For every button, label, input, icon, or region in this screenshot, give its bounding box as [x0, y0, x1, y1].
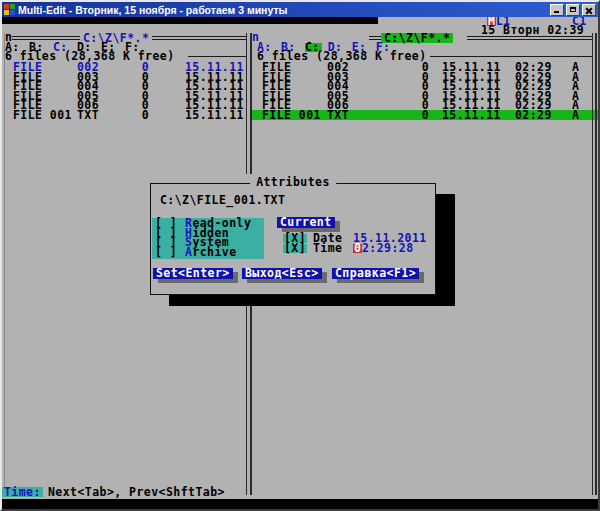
spacer [555, 81, 572, 91]
terminal-screen: M L1 C1 15 Вторн 02:39 n C:\Z\F*.* n C:\… [2, 17, 598, 509]
window-controls [550, 4, 596, 16]
file-name: FILE [13, 81, 77, 91]
file-size: 0 [371, 100, 429, 110]
file-attr: A [572, 100, 582, 110]
minimize-button[interactable] [550, 4, 564, 16]
file-date: 15.11.11 [442, 62, 505, 72]
time-value-field[interactable]: 2:29:28 [362, 244, 414, 253]
title-bar[interactable]: Multi-Edit - Вторник, 15 ноября - работа… [2, 2, 598, 17]
file-date: 15.11.11 [185, 100, 247, 110]
spacer [429, 110, 442, 120]
file-size: 0 [122, 110, 149, 120]
file-name: FILE [262, 100, 327, 110]
dialog-file-path: C:\Z\FILE_001.TXT [160, 196, 285, 205]
close-button[interactable] [582, 4, 596, 16]
file-size: 0 [122, 62, 149, 72]
set-button[interactable]: Set<Enter> [153, 268, 233, 279]
app-icon [4, 4, 15, 15]
file-ext: 004 [327, 81, 371, 91]
spacer [555, 62, 572, 72]
file-date: 15.11.11 [185, 62, 247, 72]
right-files-info: 6 files (28,368 K free) [257, 52, 427, 61]
checkbox-brackets: [ ] [155, 248, 185, 257]
spacer [149, 62, 185, 72]
time-checkbox[interactable]: [X] [283, 244, 307, 253]
file-row[interactable]: FILE_001 TXT 0 15.11.11 [10, 110, 249, 120]
spacer [505, 100, 515, 110]
file-time: 02:29 [515, 100, 555, 110]
file-name: FILE_001 [13, 110, 77, 120]
file-name: FILE [262, 62, 327, 72]
bottom-black-band [2, 499, 598, 509]
file-row[interactable]: FILE 006 0 15.11.11 02:29 A [252, 100, 598, 110]
current-button[interactable]: Current [277, 217, 335, 228]
file-date: 15.11.11 [442, 81, 505, 91]
file-date: 15.11.11 [185, 81, 247, 91]
app-window: Multi-Edit - Вторник, 15 ноября - работа… [0, 0, 600, 511]
file-row-selected[interactable]: FILE_001 TXT 0 15.11.11 02:29 A [252, 110, 598, 120]
left-files-info: 6 files (28,368 K free) [5, 52, 175, 61]
file-size: 0 [122, 81, 149, 91]
right-panel-top-border-right [467, 36, 592, 40]
file-ext: 002 [327, 62, 371, 72]
exit-button[interactable]: Выход<Esc> [242, 268, 322, 279]
maximize-button[interactable] [566, 4, 580, 16]
file-ext: 004 [77, 81, 122, 91]
file-ext: 006 [327, 100, 371, 110]
hotkey-letter: A [185, 248, 192, 257]
status-hint-text: Next<Tab>, Prev<ShftTab> [48, 487, 225, 497]
file-row[interactable]: FILE 004 0 15.11.11 [10, 81, 249, 91]
spacer [429, 81, 442, 91]
clock-text: 15 Вторн 02:39 [481, 26, 584, 35]
checkbox-label: rchive [192, 248, 236, 257]
time-label: Time [313, 244, 343, 253]
file-ext: TXT [327, 110, 371, 120]
time-cursor-char[interactable]: 0 [353, 244, 362, 253]
top-black-band [2, 17, 378, 24]
spacer [149, 110, 185, 120]
file-date: 15.11.11 [442, 110, 505, 120]
file-row[interactable]: FILE 002 0 15.11.11 02:29 A [252, 62, 598, 72]
file-name: FILE [262, 81, 327, 91]
spacer [555, 100, 572, 110]
spacer [505, 81, 515, 91]
left-panel-left-border [4, 33, 5, 495]
file-attr: A [572, 62, 582, 72]
file-name: FILE [13, 62, 77, 72]
file-ext: 002 [77, 62, 122, 72]
left-info-rule [188, 56, 246, 57]
spacer [149, 100, 185, 110]
spacer [149, 81, 185, 91]
file-size: 0 [122, 100, 149, 110]
spacer [429, 62, 442, 72]
spacer [505, 62, 515, 72]
spacer [555, 110, 572, 120]
file-ext: TXT [77, 110, 122, 120]
file-name: FILE [13, 100, 77, 110]
file-time: 02:29 [515, 62, 555, 72]
right-panel-path-title[interactable]: C:\Z\F*.* [381, 33, 453, 43]
file-attr: A [572, 81, 582, 91]
file-row[interactable]: FILE 006 0 15.11.11 [10, 100, 249, 110]
file-row-cursor[interactable]: FILE 002 0 15.11.11 [10, 62, 249, 72]
file-attr: A [572, 110, 582, 120]
spacer [505, 110, 515, 120]
file-date: 15.11.11 [185, 110, 247, 120]
file-date: 15.11.11 [442, 100, 505, 110]
checkbox-archive[interactable]: [ ]Archive [155, 248, 237, 257]
file-size: 0 [371, 81, 429, 91]
file-row[interactable]: FILE 004 0 15.11.11 02:29 A [252, 81, 598, 91]
window-title: Multi-Edit - Вторник, 15 ноября - работа… [18, 4, 547, 16]
spacer [429, 100, 442, 110]
right-panel-right-border-inner [595, 33, 597, 495]
right-info-rule [430, 56, 592, 57]
file-size: 0 [371, 110, 429, 120]
right-panel-right-border-outer [592, 33, 593, 495]
file-size: 0 [371, 62, 429, 72]
dialog-title: Attributes [250, 177, 336, 187]
file-time: 02:29 [515, 81, 555, 91]
help-button[interactable]: Справка<F1> [332, 268, 419, 279]
file-time: 02:29 [515, 110, 555, 120]
attributes-dialog: Attributes C:\Z\FILE_001.TXT [ ]Read-onl… [148, 174, 438, 298]
file-ext: 006 [77, 100, 122, 110]
